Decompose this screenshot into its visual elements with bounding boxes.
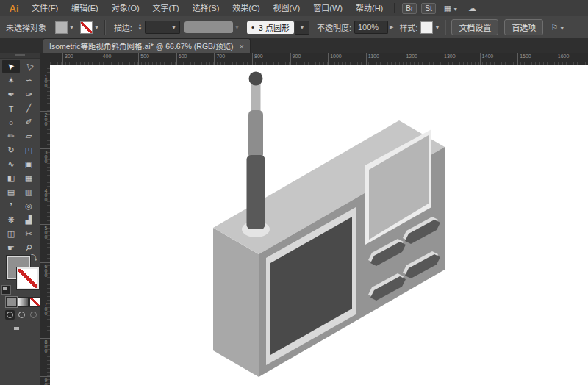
brush-definition-dropdown[interactable]: • 3 点圆形 — [247, 21, 294, 34]
menu-type[interactable]: 文字(T) — [146, 0, 186, 16]
pencil-tool[interactable]: ✏ — [2, 129, 20, 143]
chevron-down-icon[interactable]: ▼ — [94, 25, 99, 30]
stroke-weight-select[interactable]: ▼ — [145, 21, 180, 34]
panel-grip[interactable] — [0, 53, 40, 59]
eraser-tool[interactable]: ▱ — [20, 129, 37, 143]
magic-wand-tool[interactable]: ✶ — [2, 73, 20, 87]
h-ruler-label: 1200 — [404, 53, 417, 65]
cs-live-icon[interactable]: ☁ — [468, 4, 476, 13]
artboard-tool[interactable]: ◫ — [2, 227, 20, 241]
symbol-sprayer-tool[interactable]: ❋ — [2, 213, 20, 227]
chevron-down-icon[interactable]: ▼ — [69, 25, 74, 30]
vertical-ruler[interactable]: 100200300400500600700800900 — [40, 65, 51, 385]
slice-tool[interactable]: ✂ — [20, 227, 37, 241]
variable-width-profile[interactable] — [184, 21, 233, 33]
style-swatch[interactable] — [420, 21, 433, 34]
chevron-down-icon[interactable]: ▼ — [434, 25, 440, 30]
scale-tool-icon: ◳ — [25, 145, 32, 155]
horizontal-ruler[interactable]: 3004005006007008009001000110012001300140… — [50, 53, 588, 65]
gradient-button[interactable] — [18, 297, 29, 307]
header-separator — [394, 3, 395, 13]
menu-effect[interactable]: 效果(C) — [226, 0, 266, 16]
selection-status: 未选择对象 — [6, 21, 46, 33]
line-segment-tool[interactable]: ╱ — [20, 101, 37, 115]
document-tab-bar: Isometric等距视角斜角网格.ai* @ 66.67% (RGB/预览) … — [0, 38, 588, 54]
none-button[interactable] — [29, 297, 40, 307]
chevron-right-icon[interactable]: ▶ — [390, 24, 393, 30]
tools-panel: ➤▷✶∽✒✑T╱○✐✏▱↻◳∿▣◧▦▤▥❜◎❋▟◫✂☛⚲ ⤵ — [0, 53, 41, 385]
rotate-tool[interactable]: ↻ — [2, 143, 20, 157]
brush-definition-value: 3 点圆形 — [259, 21, 290, 33]
hand-tool[interactable]: ☛ — [2, 241, 20, 255]
eyedropper-tool[interactable]: ❜ — [2, 199, 20, 213]
scale-tool[interactable]: ◳ — [20, 143, 37, 157]
v-ruler-label: 700 — [40, 301, 50, 315]
draw-behind-mode-button[interactable] — [17, 310, 26, 320]
perspective-grid-tool-icon: ▦ — [25, 173, 32, 183]
line-segment-tool-icon: ╱ — [26, 104, 32, 113]
pen-tool[interactable]: ✒ — [2, 87, 20, 101]
antenna-thick-segment[interactable] — [247, 155, 265, 229]
h-ruler-label: 1400 — [480, 53, 494, 65]
blend-tool[interactable]: ◎ — [20, 199, 37, 213]
menu-help[interactable]: 帮助(H) — [349, 0, 390, 16]
fill-color-swatch[interactable] — [55, 21, 68, 34]
antenna-mid-segment[interactable] — [248, 110, 263, 159]
menu-view[interactable]: 视图(V) — [267, 0, 307, 16]
default-fill-stroke-icon[interactable] — [1, 285, 11, 295]
column-graph-tool[interactable]: ▟ — [20, 213, 37, 227]
antenna-thin-segment[interactable] — [251, 82, 261, 115]
main-menus: 文件(F)编辑(E)对象(O)文字(T)选择(S)效果(C)视图(V)窗口(W)… — [25, 0, 390, 16]
document-setup-button[interactable]: 文档设置 — [451, 19, 498, 35]
type-tool[interactable]: T — [2, 101, 20, 115]
brush-definition-chevron[interactable]: ▼ — [295, 21, 309, 35]
isometric-radio-artwork[interactable] — [50, 65, 588, 385]
bridge-button[interactable]: Br — [402, 3, 417, 14]
h-ruler-label: 900 — [290, 53, 301, 65]
arrange-documents-icon[interactable]: ▦▼ — [444, 4, 458, 13]
shape-builder-tool[interactable]: ◧ — [2, 171, 20, 185]
column-graph-tool-icon: ▟ — [26, 215, 32, 225]
menu-window[interactable]: 窗口(W) — [306, 0, 349, 16]
preferences-button[interactable]: 首选项 — [504, 19, 543, 35]
menu-select[interactable]: 选择(S) — [186, 0, 226, 16]
slice-tool-icon: ✂ — [25, 229, 32, 239]
stroke-weight-stepper[interactable]: ▲▼ — [137, 21, 143, 33]
pen-tool-icon: ✒ — [7, 90, 14, 99]
color-button[interactable] — [6, 297, 17, 307]
draw-normal-mode-button[interactable] — [5, 310, 15, 320]
menu-edit[interactable]: 编辑(E) — [65, 0, 105, 16]
v-ruler-label: 300 — [40, 148, 50, 163]
draw-inside-mode-button[interactable] — [29, 310, 38, 320]
antenna-tip[interactable] — [249, 72, 263, 86]
direct-selection-tool[interactable]: ▷ — [20, 60, 37, 73]
blob-brush-tool[interactable]: ✑ — [20, 87, 37, 101]
mesh-tool[interactable]: ▤ — [2, 185, 20, 199]
v-ruler-label: 600 — [40, 262, 50, 277]
stock-button[interactable]: St — [421, 3, 435, 14]
paintbrush-tool[interactable]: ✐ — [20, 115, 37, 129]
symbol-sprayer-tool-icon: ❋ — [7, 215, 14, 225]
free-transform-tool[interactable]: ▣ — [20, 157, 37, 171]
width-tool[interactable]: ∿ — [2, 157, 20, 171]
opacity-input[interactable]: 100% — [354, 21, 388, 34]
eyedropper-tool-icon: ❜ — [10, 201, 12, 211]
close-icon[interactable]: × — [239, 42, 243, 51]
shape-builder-tool-icon: ◧ — [7, 173, 15, 183]
stroke-color-indicator[interactable] — [17, 267, 39, 289]
artboard-canvas[interactable] — [50, 65, 588, 385]
swap-fill-stroke-icon[interactable]: ⤵ — [31, 253, 37, 262]
ruler-origin-box[interactable] — [40, 53, 51, 65]
ellipse-tool[interactable]: ○ — [2, 115, 20, 129]
control-panel-menu-icon[interactable]: ⚐▼ — [551, 23, 564, 32]
perspective-grid-tool[interactable]: ▦ — [20, 171, 37, 185]
opacity-label: 不透明度: — [317, 21, 351, 33]
menu-file[interactable]: 文件(F) — [25, 0, 65, 16]
menu-object[interactable]: 对象(O) — [105, 0, 146, 16]
stroke-color-swatch[interactable] — [80, 21, 93, 34]
screen-mode-button[interactable] — [12, 325, 24, 334]
document-tab[interactable]: Isometric等距视角斜角网格.ai* @ 66.67% (RGB/预览) … — [43, 38, 251, 53]
gradient-tool[interactable]: ▥ — [20, 185, 37, 199]
lasso-tool[interactable]: ∽ — [20, 73, 37, 87]
selection-tool[interactable]: ➤ — [2, 60, 20, 73]
